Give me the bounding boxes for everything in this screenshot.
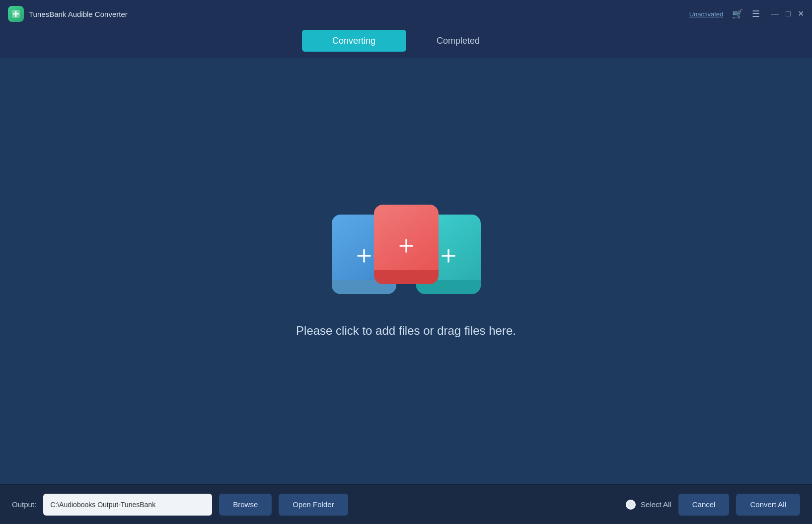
title-bar: TunesBank Audible Converter Unactivated … <box>0 0 812 28</box>
output-path-input[interactable] <box>43 494 212 516</box>
drop-hint-text: Please click to add files or drag files … <box>296 324 516 338</box>
main-content[interactable]: ＋ ＋ ＋ Please click to add files or drag … <box>0 58 812 484</box>
close-button[interactable]: ✕ <box>798 10 804 18</box>
tab-converting[interactable]: Converting <box>302 30 406 52</box>
app-title: TunesBank Audible Converter <box>29 10 128 18</box>
select-all-radio[interactable] <box>626 500 636 510</box>
bottom-bar: Output: Browse Open Folder Select All Ca… <box>0 484 812 524</box>
menu-icon[interactable]: ☰ <box>752 9 760 18</box>
cancel-button[interactable]: Cancel <box>678 494 730 516</box>
tab-bar: Converting Completed <box>0 28 812 58</box>
select-all-group: Select All <box>626 500 671 510</box>
minimize-button[interactable]: — <box>771 10 779 18</box>
add-files-illustration: ＋ ＋ ＋ <box>322 205 491 304</box>
title-bar-left: TunesBank Audible Converter <box>8 6 128 22</box>
maximize-button[interactable]: □ <box>786 10 791 18</box>
tab-completed[interactable]: Completed <box>406 30 511 52</box>
convert-all-button[interactable]: Convert All <box>736 494 800 516</box>
browse-button[interactable]: Browse <box>219 494 272 516</box>
window-controls: — □ ✕ <box>771 10 804 18</box>
book-icon-center: ＋ <box>374 205 439 284</box>
cart-icon[interactable]: 🛒 <box>732 9 743 18</box>
unactivated-link[interactable]: Unactivated <box>689 10 724 18</box>
app-icon <box>8 6 24 22</box>
title-bar-right: Unactivated 🛒 ☰ — □ ✕ <box>689 9 804 18</box>
output-label: Output: <box>12 500 36 509</box>
select-all-label: Select All <box>641 500 671 509</box>
open-folder-button[interactable]: Open Folder <box>279 494 348 516</box>
